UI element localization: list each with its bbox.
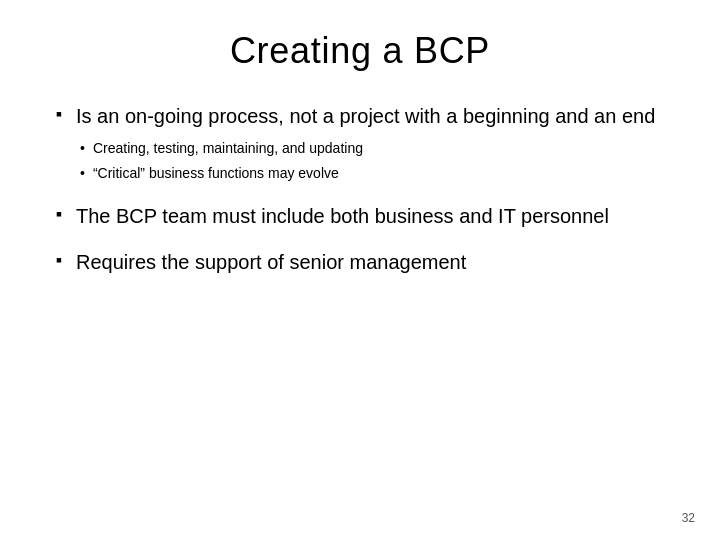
bullet-symbol-2: ▪ (50, 204, 68, 225)
bullet-text-2: The BCP team must include both business … (76, 202, 670, 230)
slide-title: Creating a BCP (50, 30, 670, 72)
sub-bullet-symbol-1-2: • (80, 165, 85, 181)
sub-bullet-text-1-1: Creating, testing, maintaining, and upda… (93, 138, 363, 159)
bullet-symbol-3: ▪ (50, 250, 68, 271)
bullet-symbol-1: ▪ (50, 104, 68, 125)
bullet-item-2: ▪ The BCP team must include both busines… (50, 202, 670, 230)
sub-bullet-item-1-1: • Creating, testing, maintaining, and up… (80, 138, 670, 159)
bullet-text-3: Requires the support of senior managemen… (76, 248, 670, 276)
slide-container: Creating a BCP ▪ Is an on-going process,… (0, 0, 720, 540)
sub-bullets-1: • Creating, testing, maintaining, and up… (80, 138, 670, 184)
sub-bullet-symbol-1-1: • (80, 140, 85, 156)
page-number: 32 (682, 511, 695, 525)
bullet-item-1: ▪ Is an on-going process, not a project … (50, 102, 670, 184)
sub-bullet-text-1-2: “Critical” business functions may evolve (93, 163, 339, 184)
bullet-item-3: ▪ Requires the support of senior managem… (50, 248, 670, 276)
content-area: ▪ Is an on-going process, not a project … (50, 102, 670, 510)
sub-bullet-item-1-2: • “Critical” business functions may evol… (80, 163, 670, 184)
bullet-text-1: Is an on-going process, not a project wi… (76, 105, 655, 127)
bullet-content-1: Is an on-going process, not a project wi… (76, 102, 670, 184)
